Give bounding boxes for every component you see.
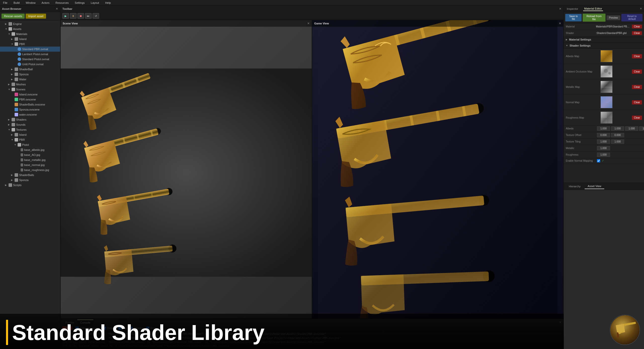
game-view-close[interactable]: ✕ bbox=[559, 22, 561, 25]
inspector-tab-material[interactable]: Material Editor bbox=[583, 7, 603, 11]
scene-background bbox=[61, 20, 312, 319]
preview-button[interactable]: Preview bbox=[607, 15, 621, 20]
reload-button[interactable]: ↺ bbox=[93, 13, 99, 19]
metallic-map-thumb[interactable] bbox=[600, 81, 613, 93]
albedo-a-input[interactable] bbox=[639, 126, 644, 131]
tree-item-sponza-mats[interactable]: ▶ Sponza bbox=[0, 72, 60, 77]
tree-item-base-ao[interactable]: base_AO.jpg bbox=[0, 152, 60, 157]
tree-item-shaders[interactable]: ▶ Shaders bbox=[0, 117, 60, 122]
tree-item-base-normal[interactable]: base_normal.jpg bbox=[0, 162, 60, 167]
tree-item-shaderball[interactable]: ▶ ShaderBall bbox=[0, 67, 60, 72]
material-settings-header[interactable]: ▶ Material Settings bbox=[564, 37, 644, 43]
roughness-value-input[interactable] bbox=[597, 153, 610, 157]
arrow-textures: ▼ bbox=[8, 128, 11, 131]
texture-offset-y-input[interactable] bbox=[611, 133, 624, 137]
material-icon-unlit bbox=[18, 62, 21, 66]
normal-map-thumb[interactable] bbox=[600, 96, 613, 108]
inspector-close[interactable]: ✕ bbox=[640, 7, 642, 10]
tree-item-standard-pistol[interactable]: Standard Pistol.ovmat bbox=[0, 57, 60, 62]
menu-settings[interactable]: Settings bbox=[74, 1, 86, 5]
tree-item-textures[interactable]: ▼ Textures bbox=[0, 127, 60, 132]
scene-view-close[interactable]: ✕ bbox=[307, 22, 310, 25]
tree-item-lambert-pistol[interactable]: Lambert Pistol.ovmat bbox=[0, 52, 60, 57]
tree-item-pbr-folder[interactable]: ▼ PBR bbox=[0, 42, 60, 47]
albedo-b-input[interactable] bbox=[625, 126, 638, 131]
menu-resources[interactable]: Resources bbox=[55, 1, 70, 5]
label-scenes: Scenes bbox=[16, 88, 25, 91]
normal-mapping-checkbox[interactable] bbox=[597, 159, 600, 162]
clear-metallic-map-button[interactable]: Clear bbox=[632, 85, 642, 89]
inspector-tab-inspector[interactable]: Inspector bbox=[566, 7, 579, 11]
menu-actors[interactable]: Actors bbox=[41, 1, 50, 5]
tree-item-shaderballs-tex[interactable]: ▶ ShaderBalls bbox=[0, 172, 60, 178]
import-asset-button[interactable]: Import asset bbox=[26, 14, 46, 19]
label-island-scene: Island.ovscene bbox=[19, 93, 37, 96]
ao-map-thumb[interactable] bbox=[600, 65, 613, 78]
menu-window[interactable]: Window bbox=[25, 1, 36, 5]
tree-item-pbr-scene[interactable]: PBR.ovscene bbox=[0, 97, 60, 102]
clear-ao-map-button[interactable]: Clear bbox=[632, 69, 642, 74]
tree-item-base-roughness[interactable]: base_roughness.jpg bbox=[0, 167, 60, 172]
tree-item-base-albedo[interactable]: base_albedo.jpg bbox=[0, 147, 60, 152]
tree-item-base-metallic[interactable]: base_metallic.jpg bbox=[0, 157, 60, 162]
albedo-g-input[interactable] bbox=[611, 126, 624, 131]
label-lambert-pistol: Lambert Pistol.ovmat bbox=[22, 53, 48, 56]
arrow-shaderball: ▶ bbox=[11, 68, 14, 71]
clear-roughness-map-button[interactable]: Clear bbox=[632, 116, 642, 120]
tree-item-pistol-tex[interactable]: ▼ Pistol bbox=[0, 142, 60, 147]
skip-button[interactable]: ⏭ bbox=[85, 13, 92, 19]
shader-settings-header[interactable]: ▼ Shader Settings bbox=[564, 43, 644, 49]
tree-item-scenes[interactable]: ▼ Scenes bbox=[0, 87, 60, 92]
menu-layout[interactable]: Layout bbox=[90, 1, 100, 5]
clear-normal-map-button[interactable]: Clear bbox=[632, 100, 642, 104]
menu-build[interactable]: Build bbox=[13, 1, 21, 5]
tree-item-assets[interactable]: ▼ Assets bbox=[0, 26, 60, 31]
clear-albedo-map-button[interactable]: Clear bbox=[632, 54, 642, 58]
reset-to-default-button[interactable]: Reset to default bbox=[621, 14, 642, 21]
menu-help[interactable]: Help bbox=[104, 1, 112, 5]
tree-item-island-scene[interactable]: Island.ovscene bbox=[0, 92, 60, 97]
clear-material-button[interactable]: Clear bbox=[632, 25, 642, 28]
save-to-file-button[interactable]: Save to file bbox=[565, 14, 582, 21]
roughness-thumb-svg bbox=[601, 112, 613, 124]
texture-tiling-y-input[interactable] bbox=[611, 139, 624, 144]
label-shaderballs-scene: ShaderBalls.ovscene bbox=[19, 103, 45, 106]
asset-browser-close[interactable]: ✕ bbox=[56, 7, 58, 11]
tree-item-meshes[interactable]: ▶ Meshes bbox=[0, 82, 60, 87]
stop-button[interactable]: ⏹ bbox=[77, 13, 84, 19]
albedo-map-thumb[interactable] bbox=[600, 50, 613, 62]
tab-hierarchy[interactable]: Hierarchy bbox=[566, 184, 584, 189]
roughness-map-thumb[interactable] bbox=[600, 112, 613, 124]
clear-shader-button[interactable]: Clear bbox=[632, 31, 642, 35]
viewport-area: Scene View ✕ bbox=[60, 20, 564, 319]
tree-item-sounds[interactable]: ▶ Sounds bbox=[0, 122, 60, 127]
tree-item-sponza-scene[interactable]: Sponza.ovscene bbox=[0, 107, 60, 112]
play-button[interactable]: ▶ bbox=[62, 13, 69, 19]
texture-tiling-x-input[interactable] bbox=[597, 139, 610, 144]
albedo-r-input[interactable] bbox=[597, 126, 610, 131]
tree-item-engine[interactable]: ▶ Engine bbox=[0, 21, 60, 26]
tree-item-sponza-tex[interactable]: ▶ Sponza bbox=[0, 178, 60, 183]
tree-item-scripts[interactable]: ▶ Scripts bbox=[0, 183, 60, 188]
pause-button[interactable]: ⏸ bbox=[70, 13, 76, 19]
reload-from-file-button[interactable]: Reload from file bbox=[583, 14, 605, 22]
menu-file[interactable]: File bbox=[2, 1, 9, 5]
tree-item-water-scene[interactable]: water.ovscene bbox=[0, 112, 60, 117]
inspector-panel: Inspector Material Editor ✕ Save to file… bbox=[564, 6, 644, 349]
tree-item-island-mats[interactable]: ▶ Island bbox=[0, 37, 60, 42]
rescan-assets-button[interactable]: Rescan assets bbox=[2, 14, 25, 19]
tree-item-pbr-tex[interactable]: ▼ PBR bbox=[0, 137, 60, 142]
tab-asset-view[interactable]: Asset View bbox=[585, 184, 604, 189]
metallic-value-input[interactable] bbox=[597, 146, 610, 150]
tree-item-island-tex[interactable]: ▶ Island bbox=[0, 132, 60, 137]
tree-item-shaderballs-scene[interactable]: ShaderBalls.ovscene bbox=[0, 102, 60, 107]
tree-item-materials[interactable]: ▼ Materials bbox=[0, 31, 60, 37]
toolbar-close[interactable]: ✕ bbox=[559, 7, 561, 11]
bottom-tabs: Hierarchy Asset View bbox=[564, 183, 644, 190]
tree-item-standard-pbr[interactable]: Standard PBR.ovmat bbox=[0, 47, 60, 52]
tree-item-water-mats[interactable]: ▶ Water bbox=[0, 77, 60, 82]
tree-item-unlit-pistol[interactable]: Unlit Pistol.ovmat bbox=[0, 62, 60, 67]
texture-offset-x-input[interactable] bbox=[597, 133, 610, 137]
normal-mapping-label: Enable Normal Mapping bbox=[566, 159, 596, 162]
svg-rect-47 bbox=[601, 112, 607, 118]
